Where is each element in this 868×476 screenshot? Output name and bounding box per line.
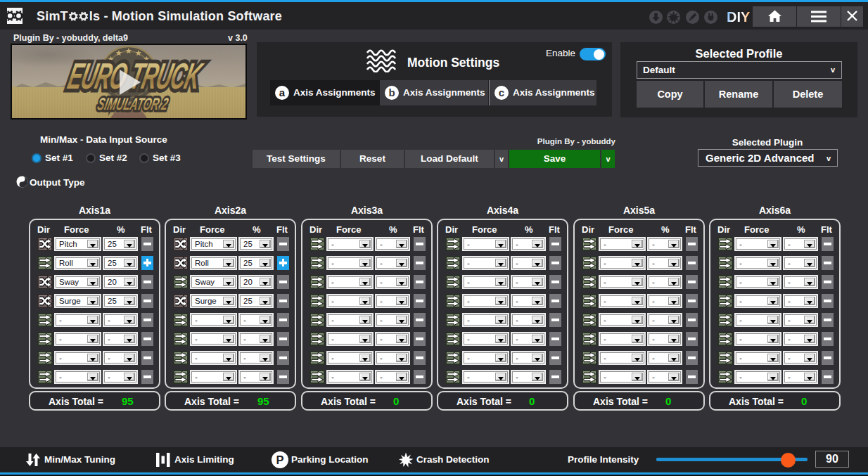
- svg-text:P: P: [276, 454, 283, 466]
